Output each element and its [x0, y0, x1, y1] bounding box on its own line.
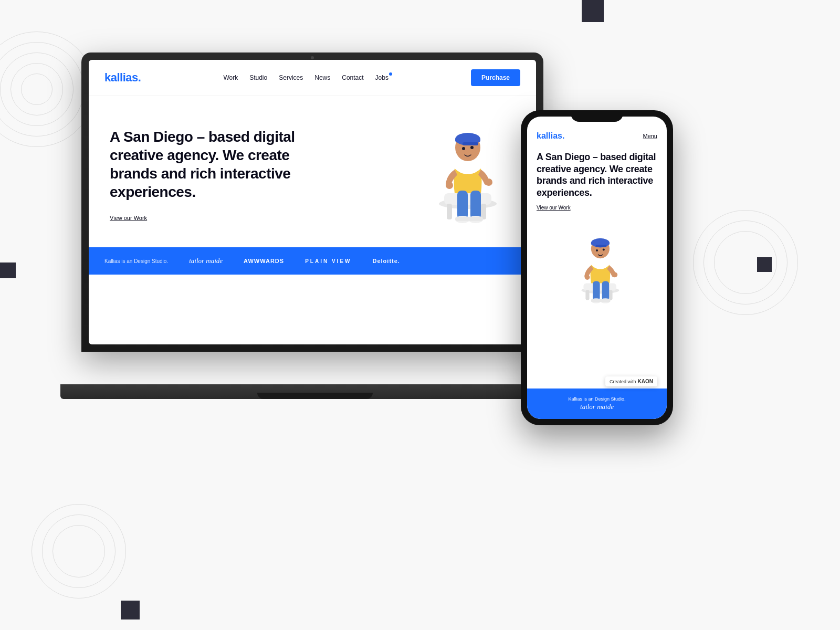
nav-link-work[interactable]: Work	[223, 74, 238, 81]
phone-character-wrapper	[527, 221, 667, 305]
svg-rect-18	[468, 217, 483, 221]
svg-rect-10	[463, 142, 478, 145]
laptop-base	[60, 384, 570, 399]
decorative-square-3	[0, 262, 16, 278]
svg-rect-2	[447, 204, 452, 219]
laptop-screen: kallias. Work Studio Services News Conta…	[89, 60, 536, 344]
laptop-navbar: kallias. Work Studio Services News Conta…	[89, 60, 536, 96]
svg-rect-32	[593, 281, 600, 300]
svg-point-12	[470, 146, 474, 149]
phone-hero-title: A San Diego – based digital creative age…	[537, 151, 657, 198]
svg-rect-22	[608, 290, 612, 300]
bg-circle-1	[0, 32, 94, 147]
kaon-prefix: Created with	[610, 379, 636, 384]
phone-ticker-prefix: Kallias is an Design Studio.	[568, 396, 625, 402]
svg-rect-28	[591, 242, 610, 245]
kaon-brand: KAON	[638, 379, 653, 384]
svg-point-31	[603, 248, 605, 250]
nav-link-jobs[interactable]: Jobs	[375, 74, 388, 81]
phone-ticker: Kallias is an Design Studio. tailor maid…	[527, 388, 667, 419]
svg-point-30	[596, 249, 598, 251]
phone-ticker-brand: tailor maide	[580, 403, 614, 411]
nav-link-contact[interactable]: Contact	[342, 74, 363, 81]
svg-point-11	[462, 147, 465, 150]
decorative-square-1	[582, 0, 604, 22]
svg-rect-37	[600, 299, 610, 302]
bg-circle-5	[21, 74, 52, 105]
phone-hero-cta[interactable]: View our Work	[537, 205, 657, 211]
laptop-hero: A San Diego – based digital creative age…	[89, 96, 536, 275]
svg-rect-21	[585, 290, 589, 300]
bg-circle-3	[0, 52, 74, 126]
phone-menu-button[interactable]: Menu	[643, 133, 657, 139]
ticker-prefix: Kallias is an Design Studio.	[104, 258, 168, 264]
ticker-brand-1: AWWWARDS	[244, 258, 284, 264]
bg-circle-2	[0, 42, 84, 136]
laptop-camera	[311, 56, 314, 59]
svg-rect-36	[591, 299, 601, 302]
purchase-button[interactable]: Purchase	[471, 69, 520, 86]
bg-circle-b2	[42, 514, 116, 588]
bg-circle-b1	[32, 504, 126, 598]
ticker-brand-2: PLAIN VIEW	[305, 258, 351, 264]
laptop-body: kallias. Work Studio Services News Conta…	[81, 52, 543, 352]
svg-point-24	[585, 275, 590, 280]
svg-rect-14	[470, 191, 481, 219]
svg-rect-33	[602, 281, 610, 300]
phone-hero: A San Diego – based digital creative age…	[527, 146, 667, 221]
laptop-nav-links: Work Studio Services News Contact Jobs	[223, 74, 388, 81]
phone-mockup: kallias. Menu A San Diego – based digita…	[521, 110, 673, 425]
ticker-brand-3: Deloitte.	[373, 258, 400, 264]
decorative-square-2	[121, 601, 140, 620]
bg-circle-r2	[704, 220, 788, 304]
phone-screen: kallias. Menu A San Diego – based digita…	[527, 117, 667, 419]
laptop-hero-cta[interactable]: View our Work	[110, 215, 147, 221]
svg-rect-13	[457, 191, 468, 219]
nav-link-news[interactable]: News	[314, 74, 330, 81]
laptop-logo: kallias.	[104, 71, 141, 85]
decorative-square-4	[757, 257, 772, 272]
laptop-mockup: kallias. Work Studio Services News Conta…	[81, 52, 549, 399]
ticker-brand-0: tailor maide	[189, 257, 223, 265]
laptop-foot	[257, 393, 373, 399]
phone-notch	[571, 110, 623, 122]
svg-point-25	[613, 272, 618, 278]
laptop-hero-title: A San Diego – based digital creative age…	[110, 128, 309, 201]
svg-rect-29	[596, 245, 607, 247]
laptop-character	[421, 107, 505, 227]
phone-body: kallias. Menu A San Diego – based digita…	[521, 110, 673, 425]
bg-circle-r3	[714, 231, 777, 294]
bg-circle-4	[10, 63, 63, 116]
laptop-hero-text: A San Diego – based digital creative age…	[110, 128, 309, 222]
svg-point-5	[446, 182, 453, 189]
svg-rect-20	[583, 283, 616, 290]
svg-rect-9	[455, 138, 480, 142]
nav-link-studio[interactable]: Studio	[249, 74, 267, 81]
bg-circle-b3	[52, 525, 105, 578]
phone-character	[563, 221, 631, 305]
svg-point-6	[485, 178, 492, 186]
laptop-ticker: Kallias is an Design Studio. tailor maid…	[89, 247, 536, 275]
phone-logo: kallias.	[537, 131, 564, 141]
logo-dot: .	[138, 71, 141, 84]
bg-circle-r1	[693, 210, 798, 315]
kaon-badge: Created with KAON	[605, 376, 657, 386]
nav-link-services[interactable]: Services	[279, 74, 303, 81]
svg-rect-17	[455, 217, 470, 221]
